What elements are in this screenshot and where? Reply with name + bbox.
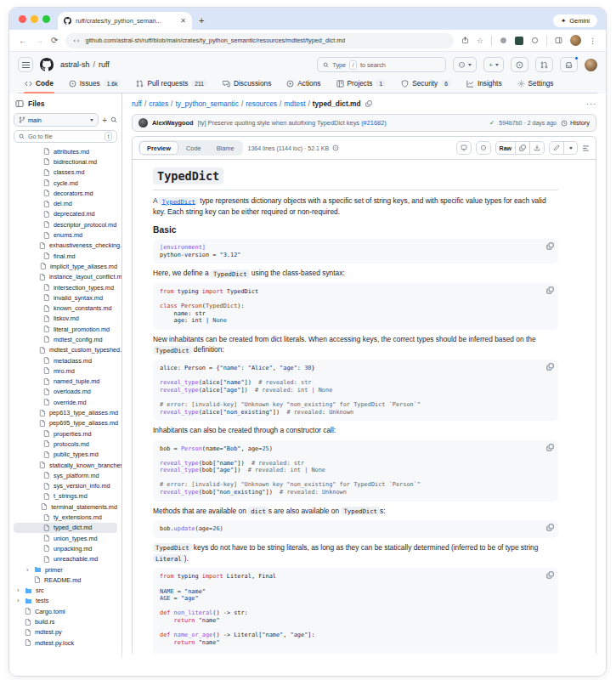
commit-hash-time[interactable]: 594b7b0 · 2 days ago — [499, 120, 557, 126]
tree-folder-src[interactable]: ›src — [14, 585, 117, 595]
tree-folder-primer[interactable]: ›primer — [14, 564, 117, 575]
new-tab-button[interactable]: + — [192, 15, 211, 30]
tree-file-overloads-md[interactable]: overloads.md — [14, 387, 117, 397]
commit-message[interactable]: [ty] Preserve quoting style when autofix… — [198, 119, 485, 127]
copilot-button[interactable] — [453, 57, 477, 72]
tree-file-descriptor-protocol-md[interactable]: descriptor_protocol.md — [14, 219, 117, 230]
tree-file-decorators-md[interactable]: decorators.md — [14, 188, 117, 198]
address-bar[interactable]: github.com/astral-sh/ruff/blob/main/crat… — [65, 33, 454, 48]
tree-file-terminal-statements-md[interactable]: terminal_statements.md — [14, 502, 117, 512]
copy-code-icon[interactable] — [546, 242, 554, 250]
nav-tab-code[interactable]: Code — [20, 76, 59, 93]
copy-code-icon[interactable] — [546, 571, 554, 579]
global-nav-menu-button[interactable] — [18, 57, 33, 72]
raw-button[interactable]: Raw — [495, 141, 516, 155]
nav-tab-issues[interactable]: Issues1.6k — [64, 76, 127, 93]
breadcrumb-link-mdtest[interactable]: mdtest — [284, 99, 305, 108]
gemini-button[interactable]: ✦ Gemini — [553, 14, 597, 27]
bookmark-star-icon[interactable]: ☆ — [477, 37, 483, 45]
issues-dashboard-button[interactable] — [511, 57, 528, 72]
edit-caret-icon[interactable] — [564, 141, 578, 155]
nav-tab-actions[interactable]: Actions — [281, 76, 325, 93]
tree-file-mdtest-py[interactable]: mdtest.py — [14, 627, 117, 638]
tree-file-enums-md[interactable]: enums.md — [14, 230, 117, 240]
copy-code-icon[interactable] — [546, 524, 554, 531]
tab-blame[interactable]: Blame — [209, 141, 242, 155]
side-panel-icon[interactable] — [555, 37, 562, 44]
symbols-panel-button[interactable] — [456, 141, 472, 155]
create-new-button[interactable]: + — [483, 57, 504, 72]
tree-file-properties-md[interactable]: properties.md — [14, 428, 117, 439]
tab-preview[interactable]: Preview — [139, 141, 178, 155]
tree-file-bidirectional-md[interactable]: bidirectional.md — [14, 156, 117, 167]
copy-path-icon[interactable] — [365, 100, 372, 107]
minimize-window-icon[interactable] — [31, 15, 38, 23]
tree-file-protocols-md[interactable]: protocols.md — [14, 439, 117, 449]
breadcrumb-link-ty-python-semantic[interactable]: ty_python_semantic — [175, 99, 239, 108]
commit-author[interactable]: AlexWaygood — [152, 119, 194, 127]
edit-pencil-icon[interactable] — [549, 141, 564, 155]
history-button[interactable]: History — [561, 119, 590, 127]
tree-file-union-types-md[interactable]: union_types.md — [14, 533, 117, 543]
breadcrumb-link-crates[interactable]: crates — [149, 99, 168, 108]
nav-tab-security[interactable]: Security6 — [396, 76, 456, 93]
file-info-icon[interactable] — [332, 144, 339, 151]
copy-code-icon[interactable] — [546, 363, 554, 371]
breadcrumb-link-resources[interactable]: resources — [246, 99, 277, 108]
share-icon[interactable] — [461, 37, 469, 44]
copy-code-icon[interactable] — [546, 444, 554, 451]
repo-link[interactable]: ruff — [99, 60, 110, 69]
more-options-button[interactable]: ··· — [586, 99, 596, 108]
tab-code[interactable]: Code — [178, 141, 209, 155]
global-search-input[interactable]: Type / to search — [317, 57, 446, 72]
inline-code-link[interactable]: TypedDict — [159, 196, 198, 205]
download-raw-icon[interactable] — [530, 141, 545, 155]
tree-file-instance-layout-conflict-md[interactable]: instance_layout_conflict.md — [14, 272, 117, 282]
notifications-inbox-button[interactable] — [560, 57, 578, 72]
forward-icon[interactable]: → — [35, 36, 43, 45]
nav-tab-discussions[interactable]: Discussions — [218, 76, 276, 93]
tree-file-implicit-type-aliases-md[interactable]: implicit_type_aliases.md — [14, 261, 117, 271]
tree-file-override-md[interactable]: override.md — [14, 397, 117, 407]
tree-file-unreachable-md[interactable]: unreachable.md — [14, 554, 117, 564]
branch-selector[interactable]: main — [14, 113, 99, 127]
tree-file-liskov-md[interactable]: liskov.md — [14, 314, 117, 324]
tree-file-sys-version-info-md[interactable]: sys_version_info.md — [14, 481, 117, 491]
pull-requests-dashboard-button[interactable] — [535, 57, 553, 72]
commit-author-avatar[interactable] — [138, 118, 148, 128]
pr-link[interactable]: (#21682) — [361, 119, 387, 127]
tree-file-cargo-toml[interactable]: Cargo.toml — [14, 606, 117, 616]
tree-file-known-constants-md[interactable]: known_constants.md — [14, 303, 117, 313]
outline-button[interactable] — [582, 144, 590, 152]
user-avatar[interactable] — [585, 59, 597, 71]
profile-avatar[interactable] — [570, 35, 581, 46]
nav-tab-settings[interactable]: Settings — [512, 76, 559, 93]
tree-file-ty-extensions-md[interactable]: ty_extensions.md — [14, 512, 117, 522]
search-files-icon[interactable] — [110, 116, 117, 123]
extension-icon-1[interactable] — [500, 37, 507, 44]
tree-file-mro-md[interactable]: mro.md — [14, 366, 117, 376]
tree-file-intersection-types-md[interactable]: intersection_types.md — [14, 282, 117, 292]
tree-file-mdtest-py-lock[interactable]: mdtest.py.lock — [14, 638, 117, 648]
go-to-file-input[interactable]: Go to file t — [14, 130, 117, 143]
nav-tab-insights[interactable]: Insights — [461, 76, 507, 93]
copilot-file-button[interactable] — [476, 141, 491, 155]
site-info-icon[interactable] — [73, 37, 80, 44]
chrome-menu-icon[interactable]: ⋮ — [589, 37, 596, 45]
add-file-icon[interactable]: + — [102, 116, 107, 125]
tree-file-build-rs[interactable]: build.rs — [14, 616, 117, 626]
tree-file-invalid-syntax-md[interactable]: invalid_syntax.md — [14, 292, 117, 303]
tree-file-named-tuple-md[interactable]: named_tuple.md — [14, 377, 117, 387]
tree-file-deprecated-md[interactable]: deprecated.md — [14, 209, 117, 219]
collapse-sidebar-icon[interactable] — [15, 99, 24, 108]
maximize-window-icon[interactable] — [42, 15, 50, 23]
extension-icon-2[interactable] — [515, 37, 523, 45]
github-logo[interactable] — [40, 58, 54, 71]
breadcrumb-link-ruff[interactable]: ruff — [132, 99, 142, 108]
window-controls[interactable] — [9, 15, 58, 30]
nav-tab-pull-requests[interactable]: Pull requests211 — [131, 76, 212, 93]
tree-file-classes-md[interactable]: classes.md — [14, 167, 117, 178]
checks-passed-icon[interactable]: ✓ — [489, 119, 494, 127]
copy-code-icon[interactable] — [546, 286, 554, 294]
tree-file-sys-platform-md[interactable]: sys_platform.md — [14, 470, 117, 480]
